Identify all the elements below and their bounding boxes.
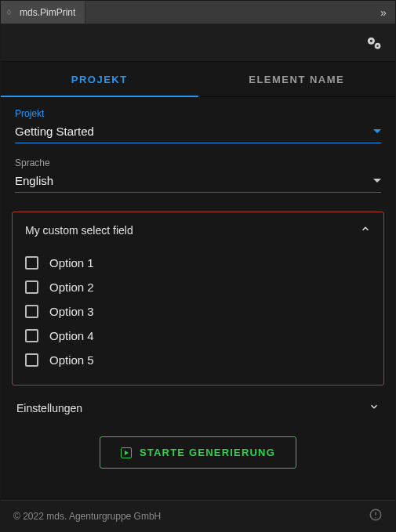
tab-label: ELEMENT NAME bbox=[249, 74, 344, 85]
app-window: ◊ mds.PimPrint » PROJEKT ELEMENT NAME Pr… bbox=[0, 0, 396, 532]
option-label: Option 4 bbox=[49, 329, 94, 342]
generate-label: STARTE GENERIERUNG bbox=[140, 447, 275, 458]
checkbox[interactable] bbox=[25, 329, 38, 342]
option-row[interactable]: Option 4 bbox=[25, 324, 371, 348]
tab-label: PROJEKT bbox=[71, 74, 128, 85]
chevron-down-icon bbox=[373, 129, 381, 133]
checkbox[interactable] bbox=[25, 256, 38, 270]
panel-tab[interactable]: ◊ mds.PimPrint bbox=[1, 1, 85, 24]
custom-select-panel: My custom select field Option 1 Option 2… bbox=[12, 212, 384, 385]
option-label: Option 5 bbox=[49, 353, 94, 367]
play-icon bbox=[121, 447, 132, 458]
einstellungen-label: Einstellungen bbox=[16, 402, 82, 414]
tab-projekt[interactable]: PROJEKT bbox=[1, 62, 198, 96]
chevron-double-right-icon: » bbox=[380, 6, 387, 19]
option-row[interactable]: Option 1 bbox=[25, 251, 371, 275]
checkbox[interactable] bbox=[25, 305, 38, 318]
sprache-select[interactable]: English bbox=[15, 171, 381, 193]
einstellungen-accordion[interactable]: Einstellungen bbox=[12, 393, 384, 422]
projekt-value: Getting Started bbox=[15, 125, 94, 138]
info-icon[interactable] bbox=[369, 508, 383, 524]
sprache-value: English bbox=[15, 174, 53, 187]
checkbox[interactable] bbox=[25, 353, 38, 367]
content-area: Projekt Getting Started Sprache English … bbox=[1, 97, 395, 500]
sprache-label: Sprache bbox=[15, 157, 381, 168]
projekt-select[interactable]: Getting Started bbox=[15, 121, 381, 143]
panel-title: mds.PimPrint bbox=[20, 7, 75, 18]
option-label: Option 1 bbox=[49, 256, 94, 270]
chevron-down-icon bbox=[369, 401, 380, 414]
checkbox[interactable] bbox=[25, 280, 38, 294]
svg-point-1 bbox=[370, 39, 372, 42]
option-row[interactable]: Option 5 bbox=[25, 348, 371, 372]
header-bar bbox=[1, 24, 395, 62]
projekt-label: Projekt bbox=[15, 108, 381, 119]
start-generation-button[interactable]: STARTE GENERIERUNG bbox=[100, 436, 296, 469]
custom-select-header[interactable]: My custom select field bbox=[13, 212, 383, 248]
copyright-text: © 2022 mds. Agenturgruppe GmbH bbox=[13, 511, 161, 522]
option-row[interactable]: Option 2 bbox=[25, 275, 371, 299]
custom-select-body: Option 1 Option 2 Option 3 Option 4 Opti… bbox=[13, 248, 383, 385]
drag-handle-icon: ◊ bbox=[7, 8, 15, 16]
settings-gear-icon[interactable] bbox=[365, 35, 383, 51]
sprache-field: Sprache English bbox=[12, 157, 384, 193]
footer: © 2022 mds. Agenturgruppe GmbH bbox=[1, 500, 395, 531]
generate-wrap: STARTE GENERIERUNG bbox=[12, 422, 384, 484]
main-tabs: PROJEKT ELEMENT NAME bbox=[1, 62, 395, 97]
option-label: Option 2 bbox=[49, 280, 94, 294]
chevron-up-icon bbox=[360, 223, 371, 237]
chevron-down-icon bbox=[373, 179, 381, 183]
option-row[interactable]: Option 3 bbox=[25, 299, 371, 324]
tab-element-name[interactable]: ELEMENT NAME bbox=[198, 62, 396, 96]
custom-select-title: My custom select field bbox=[25, 224, 133, 237]
projekt-field: Projekt Getting Started bbox=[12, 108, 384, 143]
option-label: Option 3 bbox=[49, 305, 94, 318]
svg-point-3 bbox=[376, 45, 378, 46]
titlebar: ◊ mds.PimPrint » bbox=[1, 1, 395, 24]
expand-button[interactable]: » bbox=[372, 1, 395, 24]
svg-point-6 bbox=[375, 517, 376, 519]
